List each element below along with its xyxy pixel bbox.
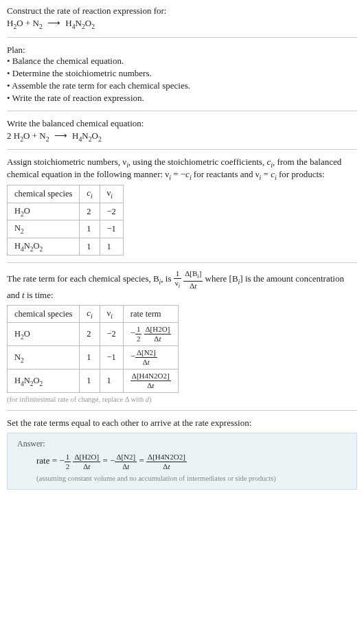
divider — [7, 37, 357, 38]
cell-rate-term: −Δ[N2]Δt — [123, 346, 178, 370]
table-row: H2O 2 −2 −12 Δ[H2O]Δt — [8, 323, 179, 346]
balanced-title: Write the balanced chemical equation: — [7, 118, 357, 129]
answer-note: (assuming constant volume and no accumul… — [36, 475, 347, 482]
cell-nui: −1 — [100, 220, 123, 238]
cell-species: N2 — [8, 220, 80, 238]
cell-nui: −2 — [100, 323, 123, 346]
plan-item: • Write the rate of reaction expression. — [7, 93, 357, 104]
plan-title: Plan: — [7, 45, 357, 56]
answer-expression: rate = −12 Δ[H2O]Δt = −Δ[N2]Δt = Δ[H4N2O… — [36, 453, 347, 470]
cell-species: H2O — [8, 323, 80, 346]
plan-item: • Balance the chemical equation. — [7, 56, 357, 67]
table-caption: (for infinitesimal rate of change, repla… — [7, 396, 357, 403]
cell-species: H4N2O2 — [8, 238, 80, 255]
rate-term-table: chemical species ci νi rate term H2O 2 −… — [7, 305, 179, 394]
table-row: H2O 2 −2 — [8, 203, 124, 220]
table-header-row: chemical species ci νi rate term — [8, 305, 179, 323]
cell-nui: −1 — [100, 346, 123, 370]
col-species: chemical species — [8, 185, 80, 203]
cell-ci: 1 — [80, 370, 100, 393]
divider — [7, 111, 357, 111]
col-rate-term: rate term — [123, 305, 178, 323]
answer-label: Answer: — [17, 439, 347, 449]
divider — [7, 262, 357, 263]
table-row: N2 1 −1 — [8, 220, 124, 238]
cell-nui: 1 — [100, 370, 123, 393]
col-ci: ci — [80, 305, 100, 323]
col-nui: νi — [100, 185, 123, 203]
cell-nui: −2 — [100, 203, 123, 220]
col-species: chemical species — [8, 305, 80, 323]
table-row: H4N2O2 1 1 Δ[H4N2O2]Δt — [8, 370, 179, 393]
cell-rate-term: Δ[H4N2O2]Δt — [123, 370, 178, 393]
rate-term-text: The rate term for each chemical species,… — [7, 270, 357, 300]
cell-ci: 2 — [80, 203, 100, 220]
equation-balanced: 2 H2O + N2 ⟶ H4N2O2 — [7, 130, 357, 143]
plan-item: • Determine the stoichiometric numbers. — [7, 68, 357, 79]
cell-rate-term: −12 Δ[H2O]Δt — [123, 323, 178, 346]
assign-text: Assign stoichiometric numbers, νi, using… — [7, 157, 357, 181]
cell-nui: 1 — [100, 238, 123, 255]
stoich-table: chemical species ci νi H2O 2 −2 N2 1 −1 … — [7, 185, 124, 255]
plan-item: • Assemble the rate term for each chemic… — [7, 80, 357, 91]
table-row: N2 1 −1 −Δ[N2]Δt — [8, 346, 179, 370]
answer-box: Answer: rate = −12 Δ[H2O]Δt = −Δ[N2]Δt =… — [7, 433, 357, 490]
cell-species: N2 — [8, 346, 80, 370]
prompt-heading: Construct the rate of reaction expressio… — [7, 5, 357, 16]
cell-ci: 1 — [80, 238, 100, 255]
divider — [7, 149, 357, 150]
table-header-row: chemical species ci νi — [8, 185, 124, 203]
col-nui: νi — [100, 305, 123, 323]
cell-species: H2O — [8, 203, 80, 220]
divider — [7, 410, 357, 411]
cell-ci: 1 — [80, 346, 100, 370]
cell-species: H4N2O2 — [8, 370, 80, 393]
cell-ci: 1 — [80, 220, 100, 238]
cell-ci: 2 — [80, 323, 100, 346]
table-row: H4N2O2 1 1 — [8, 238, 124, 255]
col-ci: ci — [80, 185, 100, 203]
set-equal-text: Set the rate terms equal to each other t… — [7, 418, 357, 429]
equation-unbalanced: H2O + N2 ⟶ H4N2O2 — [7, 18, 357, 30]
